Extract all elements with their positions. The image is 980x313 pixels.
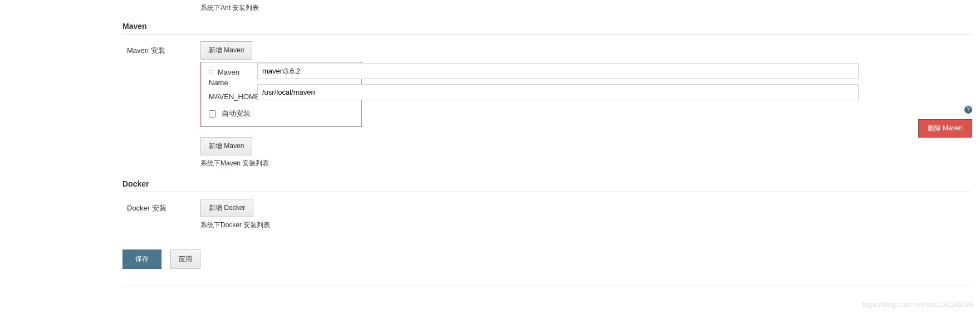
maven-home-input[interactable] xyxy=(257,84,859,100)
name-field-label: Name xyxy=(209,79,262,87)
add-maven-button-bottom[interactable]: 新增 Maven xyxy=(200,137,252,155)
save-button[interactable]: 保存 xyxy=(122,250,161,269)
delete-maven-button[interactable]: 删除 Maven xyxy=(918,119,972,138)
maven-name-input[interactable] xyxy=(257,63,859,79)
add-maven-button-top[interactable]: 新增 Maven xyxy=(200,41,252,60)
ant-list-description: 系统下Ant 安装列表 xyxy=(200,0,972,18)
drag-handle-icon[interactable] xyxy=(209,70,214,75)
maven-home-field-label: MAVEN_HOME xyxy=(209,92,262,101)
auto-install-label: 自动安装 xyxy=(222,109,251,119)
maven-section-header: Maven xyxy=(122,18,972,35)
docker-list-description: 系统下Docker 安装列表 xyxy=(200,217,972,236)
maven-config-title: Maven xyxy=(218,68,239,76)
maven-list-description: 系统下Maven 安装列表 xyxy=(200,155,972,174)
auto-install-checkbox[interactable] xyxy=(209,110,216,118)
help-icon[interactable]: ? xyxy=(964,106,972,114)
apply-button[interactable]: 应用 xyxy=(170,250,200,269)
maven-install-label: Maven 安装 xyxy=(122,41,200,56)
watermark-text: https://blog.csdn.net/niss1181248083 xyxy=(863,301,973,309)
docker-section-header: Docker xyxy=(122,176,972,192)
docker-install-label: Docker 安装 xyxy=(122,199,200,213)
add-docker-button[interactable]: 新增 Docker xyxy=(200,199,253,217)
